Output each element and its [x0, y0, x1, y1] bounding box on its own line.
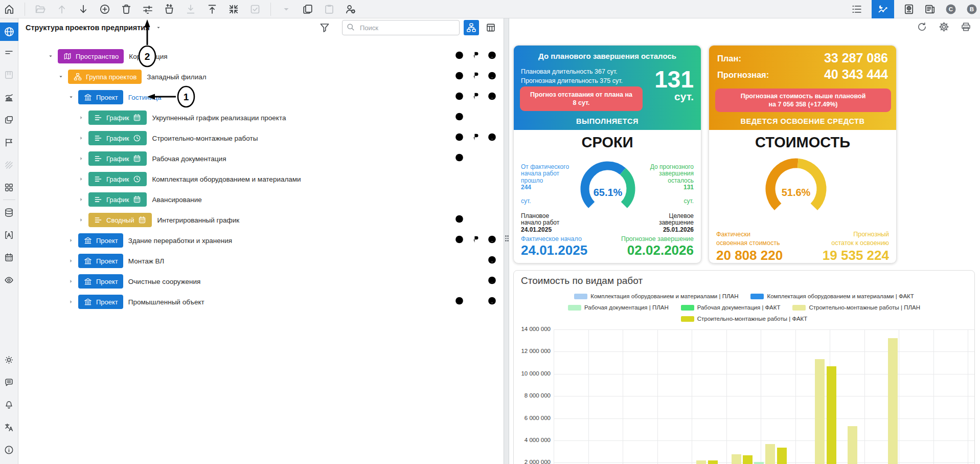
tree-item-label[interactable]: Рабочая документация	[152, 155, 226, 163]
tree-item-label[interactable]: Строительно-монтажные работы	[152, 135, 258, 142]
tree-item-label[interactable]: Западный филиал	[147, 73, 206, 81]
toolbar-arrow-down-button[interactable]	[77, 3, 89, 15]
sidebar-theme-sun-button[interactable]	[0, 348, 18, 371]
sidebar-calendar-button[interactable]	[0, 246, 18, 269]
caret-collapsed-icon[interactable]	[78, 196, 84, 203]
tree-item-label[interactable]: Промышленный объект	[128, 298, 204, 306]
org-view-button[interactable]	[464, 20, 479, 35]
caret-collapsed-icon[interactable]	[78, 115, 84, 121]
sidebar-eye-button[interactable]	[0, 269, 18, 291]
tree-row[interactable]: ПроектПромышленный объект	[18, 292, 504, 312]
toolbar-user-settings-button[interactable]	[345, 3, 357, 15]
tree-row[interactable]: ПроектГостиница	[18, 87, 504, 107]
tree-item-label[interactable]: Укрупненный график реализации проекта	[152, 114, 286, 122]
tree-item-label[interactable]: Комплектация оборудованием и материалами	[152, 175, 301, 183]
ruble-status-icon	[470, 50, 481, 63]
tree-item-label[interactable]: Здание переработки и хранения	[128, 237, 232, 245]
caret-collapsed-icon[interactable]	[78, 176, 84, 182]
badge-schedule[interactable]: График	[88, 151, 147, 166]
topbar-account-C-button[interactable]: C	[945, 3, 957, 15]
toolbar-sliders-button[interactable]	[142, 3, 154, 15]
lines-badge-icon	[94, 113, 103, 122]
toolbar-box-exchange-button[interactable]	[163, 3, 175, 15]
toolbar-add-circle-button[interactable]	[99, 3, 111, 15]
toolbar-collapse-button[interactable]	[227, 3, 240, 15]
tree-row[interactable]: ГрафикАвансирование	[18, 189, 504, 210]
sidebar-globe-button[interactable]	[0, 23, 18, 41]
legend-row: Строительно-монтажные работы | ФАКТ	[514, 316, 974, 322]
eye-icon	[4, 275, 14, 285]
dashboard-print-button[interactable]	[960, 21, 972, 35]
legend-item: Строительно-монтажные работы | ФАКТ	[681, 316, 808, 322]
badge-project[interactable]: Проект	[78, 90, 123, 104]
caret-expanded-icon[interactable]	[58, 74, 64, 80]
caret-collapsed-icon[interactable]	[68, 299, 74, 305]
caret-collapsed-icon[interactable]	[78, 156, 84, 162]
topbar-analytics-button[interactable]	[872, 0, 894, 18]
topbar-list-queue-button[interactable]	[851, 3, 863, 15]
badge-space[interactable]: Пространство	[58, 49, 124, 63]
toolbar-copy-button[interactable]	[302, 3, 314, 15]
y-tick-label: 12 000 000	[515, 348, 551, 354]
sidebar-comment-button[interactable]	[0, 371, 18, 393]
tree-row[interactable]: ПроектОчистные сооружения	[18, 271, 504, 292]
clock-status-icon	[454, 234, 465, 247]
badge-project[interactable]: Проект	[78, 254, 123, 268]
sidebar-outline-lines-button[interactable]	[0, 41, 18, 63]
badge-project[interactable]: Проект	[78, 295, 123, 309]
table-view-button[interactable]	[483, 20, 498, 35]
sidebar-text-bracket-button[interactable]	[0, 224, 18, 246]
badge-schedule[interactable]: График	[88, 172, 147, 186]
topbar-account-B-button[interactable]: B	[966, 3, 978, 15]
tree-row[interactable]: ГрафикСтроительно-монтажные работы	[18, 128, 504, 148]
splitter-handle[interactable]	[505, 235, 509, 241]
topbar-passport-button[interactable]	[903, 3, 915, 15]
caret-collapsed-icon[interactable]	[68, 237, 74, 244]
toolbar-trash-button[interactable]	[120, 3, 132, 15]
sidebar-translate-button[interactable]	[0, 416, 18, 438]
tree-row[interactable]: ГрафикУкрупненный график реализации прое…	[18, 107, 504, 128]
badge-summary[interactable]: Сводный	[88, 213, 152, 227]
toolbar-home-button[interactable]	[3, 3, 15, 15]
topbar-news-button[interactable]	[924, 3, 936, 15]
badge-group[interactable]: Группа проектов	[68, 70, 142, 84]
badge-schedule[interactable]: График	[88, 192, 147, 207]
sidebar-database-button[interactable]	[0, 201, 18, 224]
sidebar-bell-button[interactable]	[0, 393, 18, 416]
tree-item-label[interactable]: Авансирование	[152, 196, 201, 204]
tree-item-label[interactable]: Корпорация	[129, 53, 167, 60]
filter-funnel-icon[interactable]	[318, 21, 331, 34]
sidebar-info-button[interactable]	[0, 438, 18, 461]
sidebar-flag-button[interactable]	[0, 131, 18, 153]
tree-row[interactable]: ПроектЗдание переработки и хранения	[18, 230, 504, 251]
badge-project[interactable]: Проект	[78, 233, 123, 248]
tree-row[interactable]: ГрафикКомплектация оборудованием и матер…	[18, 169, 504, 189]
caret-collapsed-icon[interactable]	[68, 258, 74, 264]
tree-item-label[interactable]: Монтаж ВЛ	[128, 257, 164, 265]
panel-splitter[interactable]	[504, 18, 509, 464]
tree-row[interactable]: СводныйИнтегрированный график	[18, 210, 504, 230]
tree-row[interactable]: ГрафикРабочая документация	[18, 148, 504, 169]
dashboard-settings-gear-button[interactable]	[938, 21, 950, 35]
badge-schedule[interactable]: График	[88, 131, 147, 145]
caret-collapsed-icon[interactable]	[78, 135, 84, 141]
toolbar-upload-button[interactable]	[206, 3, 218, 15]
panel-title-caret-icon[interactable]	[155, 24, 162, 31]
sidebar-grid-button[interactable]	[0, 176, 18, 198]
caret-collapsed-icon[interactable]	[68, 278, 74, 284]
tree-item-label[interactable]: Интегрированный график	[157, 216, 239, 224]
sidebar-chart-histogram-button[interactable]	[0, 86, 18, 108]
dashboard-refresh-button[interactable]	[916, 21, 928, 35]
tree-item-label[interactable]: Очистные сооружения	[128, 278, 200, 285]
badge-project[interactable]: Проект	[78, 274, 123, 289]
badge-schedule[interactable]: График	[88, 111, 147, 125]
caret-expanded-icon[interactable]	[48, 53, 54, 59]
caret-collapsed-icon[interactable]	[78, 217, 84, 223]
caret-expanded-icon[interactable]	[68, 94, 74, 100]
tree-row[interactable]: ПроектМонтаж ВЛ	[18, 251, 504, 271]
tree-row[interactable]: Группа проектовЗападный филиал	[18, 67, 504, 87]
tree-item-label[interactable]: Гостиница	[128, 94, 162, 101]
tree-row[interactable]: ПространствоКорпорация	[18, 46, 504, 67]
search-input[interactable]	[342, 20, 460, 35]
sidebar-windows-button[interactable]	[0, 108, 18, 131]
